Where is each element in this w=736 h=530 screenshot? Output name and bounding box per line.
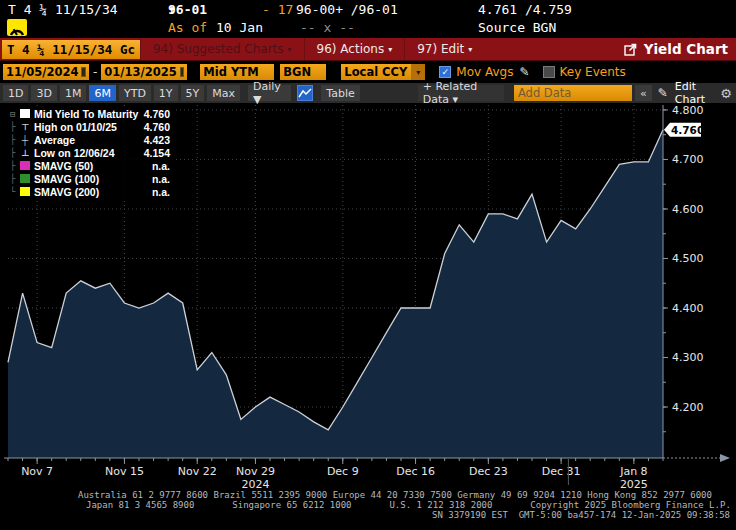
y-axis-tick-label: 4.600 bbox=[672, 203, 704, 216]
tab-max[interactable]: Max bbox=[207, 85, 240, 101]
y-axis-tick-label: 4.700 bbox=[672, 153, 704, 166]
y-axis-tick-label: 4.800 bbox=[672, 104, 704, 117]
mov-avgs-checkbox[interactable]: ✓ bbox=[439, 66, 451, 78]
tab-3d[interactable]: 3D bbox=[31, 85, 56, 101]
chevron-down-icon: ▾ bbox=[388, 45, 392, 54]
footer-contacts-line1: Australia 61 2 9777 8600 Brazil 5511 239… bbox=[0, 490, 736, 500]
x-axis-tick-label: Nov 7 bbox=[21, 465, 53, 478]
yield-bid-ask: 4.761 /4.759 bbox=[478, 2, 572, 17]
function-title: Yield Chart bbox=[624, 41, 728, 57]
page-title: Yield Chart bbox=[644, 41, 728, 57]
tab-1d[interactable]: 1D bbox=[3, 85, 28, 101]
tree-branch: └ bbox=[10, 187, 20, 197]
date-to-field[interactable]: 01/13/2025 bbox=[101, 64, 187, 80]
tab-5y[interactable]: 5Y bbox=[181, 85, 205, 101]
calendar-icon bbox=[180, 67, 185, 77]
tree-branch: ├ bbox=[10, 122, 20, 132]
tree-branch: ├ bbox=[10, 174, 20, 184]
axis-arrow-icon bbox=[720, 454, 730, 462]
line-chart-view-button[interactable] bbox=[297, 85, 314, 101]
chevron-down-icon: ▾ bbox=[468, 45, 472, 54]
as-of-date: 10 Jan bbox=[216, 20, 263, 35]
terminal-footer: Australia 61 2 9777 8600 Brazil 5511 239… bbox=[0, 490, 736, 520]
legend-row-high[interactable]: ├ ⊤ High on 01/10/25 4.760 bbox=[10, 120, 172, 133]
menu-suggested-charts[interactable]: 94) Suggested Charts ▾ bbox=[140, 38, 304, 60]
range-bar: 1D 3D 1M 6M YTD 1Y 5Y Max Daily ▼ Table … bbox=[0, 83, 736, 103]
average-marker-icon: ┼ bbox=[20, 135, 30, 145]
x-axis-tick-label: Nov 15 bbox=[105, 465, 144, 478]
legend-row-smavg50[interactable]: ├ SMAVG (50) n.a. bbox=[10, 159, 172, 172]
frequency-dropdown[interactable]: Daily ▼ bbox=[248, 85, 291, 101]
x-axis-tick-label: Dec 9 bbox=[327, 465, 359, 478]
series-swatch bbox=[20, 161, 30, 170]
price-change: - 17 bbox=[262, 2, 293, 17]
footer-session-info: SN 3379190 EST GMT-5:00 ba457-174 12-Jan… bbox=[0, 510, 736, 520]
chart-legend[interactable]: ⊟ Mid Yield To Maturity 4.760 ├ ⊤ High o… bbox=[8, 106, 174, 200]
menu-actions[interactable]: 96) Actions ▾ bbox=[304, 38, 405, 60]
date-from-field[interactable]: 11/05/2024 bbox=[3, 64, 89, 80]
menu-edit[interactable]: 97) Edit ▾ bbox=[404, 38, 484, 60]
footer-contacts-line2: Japan 81 3 4565 8900 Singapore 65 6212 1… bbox=[0, 500, 736, 510]
menu-bar: T 4 ¼ 11/15/34 Gc 94) Suggested Charts ▾… bbox=[0, 38, 736, 61]
collapse-legend-icon[interactable]: ⊟ bbox=[10, 109, 20, 119]
currency-dropdown-arrow[interactable]: ▾ bbox=[411, 64, 425, 80]
security-ticker-field[interactable]: T 4 ¼ 11/15/34 Gc bbox=[2, 40, 140, 59]
instrument-name: T 4 ¼ 11/15/34 bbox=[8, 2, 118, 17]
legend-row-low[interactable]: ├ ⊥ Low on 12/06/24 4.154 bbox=[10, 146, 172, 159]
quote-header: T 4 ¼ 11/15/34 ↑96-01 - 17 96-00+ /96-01… bbox=[0, 0, 736, 38]
price-source-field[interactable]: BGN bbox=[280, 64, 326, 80]
price-source: Source BGN bbox=[478, 20, 556, 35]
bloomberg-terminal-screen: T 4 ¼ 11/15/34 ↑96-01 - 17 96-00+ /96-01… bbox=[0, 0, 736, 530]
y-axis-tick-label: 4.500 bbox=[672, 252, 704, 265]
field-selector[interactable]: Mid YTM bbox=[200, 64, 274, 80]
line-chart-icon bbox=[298, 88, 312, 99]
bid-ask: 96-00+ /96-01 bbox=[296, 2, 398, 17]
x-axis-tick-label: Nov 22 bbox=[178, 465, 217, 478]
tab-1y[interactable]: 1Y bbox=[154, 85, 178, 101]
table-view-button[interactable]: Table bbox=[321, 85, 359, 101]
x-axis-tick-label: Dec 23 bbox=[469, 465, 508, 478]
check-icon: ✓ bbox=[442, 67, 450, 77]
key-events-checkbox[interactable] bbox=[543, 66, 555, 78]
edit-chart-button[interactable]: Edit Chart bbox=[670, 85, 713, 101]
collapse-panel-button[interactable]: « bbox=[635, 85, 652, 101]
tab-1m[interactable]: 1M bbox=[60, 85, 87, 101]
tab-ytd[interactable]: YTD bbox=[119, 85, 151, 101]
tree-branch: ├ bbox=[10, 148, 20, 158]
series-swatch bbox=[20, 187, 30, 196]
add-data-input[interactable] bbox=[514, 85, 632, 101]
related-data-dropdown[interactable]: + Related Data ▾ bbox=[418, 85, 504, 101]
gauge-icon bbox=[7, 19, 27, 36]
chart-toolbar-right: « ✎ Edit Chart ⚙ bbox=[632, 85, 732, 101]
legend-row-average[interactable]: ├ ┼ Average 4.423 bbox=[10, 133, 172, 146]
legend-row-smavg100[interactable]: ├ SMAVG (100) n.a. bbox=[10, 172, 172, 185]
calendar-icon bbox=[81, 67, 86, 77]
tab-6m[interactable]: 6M bbox=[89, 85, 116, 101]
edit-mov-avgs-icon[interactable]: ✎ bbox=[519, 65, 529, 79]
edit-chart-pencil-icon[interactable]: ✎ bbox=[658, 86, 668, 100]
quote-size: -- x -- bbox=[300, 20, 355, 35]
series-swatch bbox=[20, 174, 30, 183]
high-marker-icon: ⊤ bbox=[20, 122, 30, 132]
legend-row-mid-yield[interactable]: ⊟ Mid Yield To Maturity 4.760 bbox=[10, 107, 172, 120]
series-swatch bbox=[20, 109, 30, 118]
tree-branch: ├ bbox=[10, 135, 20, 145]
x-axis-tick-label: Nov 29 bbox=[236, 465, 275, 478]
chevron-down-icon: ▾ bbox=[288, 45, 292, 54]
yield-chart-area[interactable]: Nov 7Nov 15Nov 22Nov 29Dec 9Dec 16Dec 23… bbox=[0, 103, 736, 491]
date-range-separator: - bbox=[93, 65, 97, 79]
currency-selector[interactable]: Local CCY bbox=[341, 64, 411, 80]
mov-avgs-label: Mov Avgs bbox=[456, 65, 513, 79]
key-events-label: Key Events bbox=[560, 65, 626, 79]
gear-icon[interactable]: ⚙ bbox=[720, 86, 732, 101]
x-axis-tick-label: Jan 8 bbox=[619, 465, 647, 478]
tree-branch: ├ bbox=[10, 161, 20, 171]
y-axis-tick-label: 4.300 bbox=[672, 351, 704, 364]
as-of-label: As of bbox=[168, 20, 207, 35]
low-marker-icon: ⊥ bbox=[20, 148, 30, 158]
filter-bar: 11/05/2024 - 01/13/2025 Mid YTM BGN Loca… bbox=[0, 61, 736, 83]
y-axis-tick-label: 4.200 bbox=[672, 401, 704, 414]
legend-row-smavg200[interactable]: └ SMAVG (200) n.a. bbox=[10, 185, 172, 198]
x-axis-tick-label: Dec 31 bbox=[542, 465, 581, 478]
x-axis-tick-label: Dec 16 bbox=[396, 465, 435, 478]
